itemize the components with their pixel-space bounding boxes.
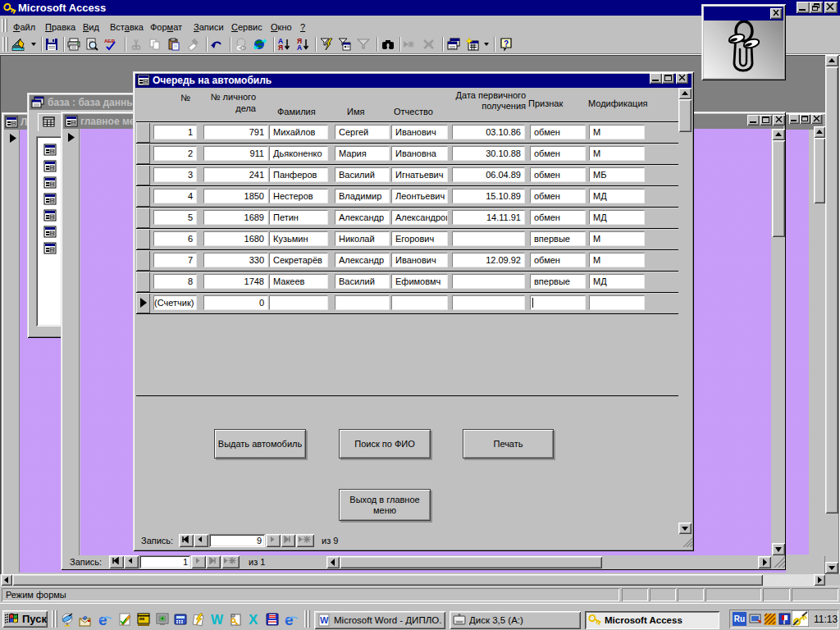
- svg-text:W: W: [211, 613, 224, 627]
- svg-text:Я: Я: [278, 43, 283, 51]
- svg-text:?: ?: [504, 39, 509, 48]
- svg-text:X: X: [249, 613, 258, 627]
- svg-text:W: W: [320, 615, 329, 625]
- svg-text:e: e: [83, 614, 87, 622]
- svg-text:А: А: [297, 43, 302, 51]
- svg-text:БМ: БМ: [139, 618, 144, 621]
